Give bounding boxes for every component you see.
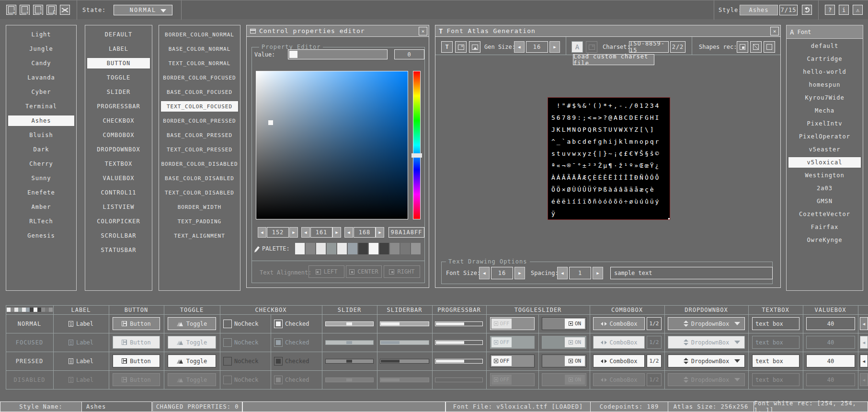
preview-toggleslider-on[interactable]: ON: [542, 373, 586, 386]
preview-column-header: SLIDERBAR: [377, 305, 432, 314]
preview-toggleslider-off[interactable]: OFF: [490, 317, 535, 330]
floppy-icon: [122, 358, 127, 364]
toggleslider-knob[interactable]: OFF: [491, 356, 512, 366]
preview-combobox-index[interactable]: 1/2: [647, 336, 662, 349]
preview-toggle[interactable]: Toggle: [168, 317, 216, 330]
preview-button[interactable]: Button: [113, 336, 160, 349]
table-grid-line: [109, 305, 109, 389]
preview-checkbox-checked[interactable]: Checked: [271, 314, 322, 333]
preview-combobox[interactable]: ComboBox: [593, 336, 645, 349]
preview-toggleslider-off[interactable]: OFF: [490, 373, 535, 386]
preview-sliderbar[interactable]: [380, 378, 429, 382]
preview-checkbox-checked[interactable]: Checked: [271, 333, 322, 352]
preview-dropdownbox[interactable]: DropdownBox: [668, 373, 745, 386]
changed-properties-status: CHANGED PROPERTIES: 0: [152, 401, 242, 412]
style-color-swatch: [30, 308, 34, 312]
preview-checkbox-unchecked[interactable]: NoCheck: [220, 333, 271, 352]
toggleslider-knob[interactable]: ON: [565, 337, 585, 347]
preview-sliderbar[interactable]: [380, 321, 429, 326]
preview-combobox[interactable]: ComboBox: [593, 317, 645, 330]
toggle-icon: [177, 359, 183, 364]
sliderbar-fill: [381, 378, 400, 381]
knob-icon: [494, 359, 498, 363]
toggleslider-knob[interactable]: ON: [565, 375, 585, 385]
slider-handle[interactable]: [346, 360, 352, 363]
preview-combobox[interactable]: ComboBox: [593, 373, 645, 386]
preview-checkbox-unchecked[interactable]: NoCheck: [220, 370, 271, 389]
preview-label: Label: [53, 352, 109, 370]
sliderbar-fill: [381, 341, 400, 344]
preview-toggleslider-off[interactable]: OFF: [490, 355, 535, 367]
preview-textbox[interactable]: text box: [752, 317, 799, 330]
toggle-icon: [177, 321, 183, 326]
preview-column-header: BUTTON: [109, 305, 164, 314]
preview-toggle[interactable]: Toggle: [168, 355, 216, 367]
document-icon: [69, 321, 73, 327]
slider-handle[interactable]: [346, 341, 352, 344]
preview-slider[interactable]: [325, 321, 374, 326]
preview-sliderbar[interactable]: [380, 340, 429, 345]
style-name-value: Ashes: [86, 403, 106, 410]
toggleslider-knob[interactable]: ON: [565, 356, 585, 366]
checkbox-icon: [223, 338, 232, 347]
slider-handle[interactable]: [346, 322, 352, 325]
preview-valuebox[interactable]: 40: [806, 317, 855, 330]
document-icon: [69, 340, 73, 345]
knob-icon: [494, 378, 498, 382]
preview-valuebox[interactable]: 40: [806, 336, 855, 349]
preview-toggleslider-off[interactable]: OFF: [490, 336, 535, 349]
toggle-icon: [177, 340, 183, 345]
chevron-down-icon: [734, 378, 740, 381]
style-name-label: Style Name:: [0, 401, 82, 412]
slider-handle[interactable]: [346, 378, 352, 381]
preview-textbox[interactable]: text box: [752, 336, 799, 349]
table-grid-line: [6, 370, 868, 371]
preview-textbox[interactable]: text box: [752, 355, 799, 367]
preview-toggle[interactable]: Toggle: [168, 336, 216, 349]
preview-checkbox-unchecked[interactable]: NoCheck: [220, 352, 271, 370]
preview-dropdownbox[interactable]: DropdownBox: [668, 355, 745, 367]
rguistyler-app: +↑↓E State: NORMAL Style: Ashes 7/15 ?i⚠…: [0, 0, 868, 412]
preview-valuebox[interactable]: 40: [806, 373, 855, 386]
preview-column-header: LABEL: [53, 305, 109, 314]
toggleslider-knob[interactable]: OFF: [491, 319, 512, 329]
preview-slider[interactable]: [325, 378, 374, 382]
preview-column-header: VALUEBOX: [803, 305, 858, 314]
preview-button[interactable]: Button: [113, 373, 160, 386]
knob-icon: [494, 321, 498, 326]
preview-sliderbar[interactable]: [380, 359, 429, 364]
preview-button[interactable]: Button: [113, 355, 160, 367]
toggleslider-knob[interactable]: OFF: [491, 337, 512, 347]
preview-dropdownbox[interactable]: DropdownBox: [668, 336, 745, 349]
preview-toggle[interactable]: Toggle: [168, 373, 216, 386]
preview-dropdownbox[interactable]: DropdownBox: [668, 317, 745, 330]
preview-combobox-index[interactable]: 1/2: [647, 317, 662, 330]
toggleslider-knob[interactable]: ON: [565, 319, 585, 329]
preview-spinner-partial[interactable]: ◀: [860, 373, 868, 386]
preview-valuebox[interactable]: 40: [806, 355, 855, 367]
table-grid-line: [6, 352, 868, 352]
style-name-input[interactable]: Ashes: [81, 401, 152, 412]
preview-checkbox-checked[interactable]: Checked: [271, 352, 322, 370]
preview-slider[interactable]: [325, 340, 374, 345]
preview-checkbox-unchecked[interactable]: NoCheck: [220, 314, 271, 333]
toggleslider-knob[interactable]: OFF: [491, 375, 512, 385]
preview-slider[interactable]: [325, 359, 374, 364]
preview-spinner-partial[interactable]: ◀: [860, 336, 868, 349]
preview-toggleslider-on[interactable]: ON: [542, 317, 586, 330]
preview-combobox[interactable]: ComboBox: [593, 355, 645, 367]
updown-arrows-icon: [684, 339, 688, 345]
preview-column-header: TEXTBOX: [748, 305, 803, 314]
preview-textbox[interactable]: text box: [752, 373, 799, 386]
preview-button[interactable]: Button: [113, 317, 160, 330]
preview-checkbox-checked[interactable]: Checked: [271, 370, 322, 389]
preview-toggleslider-on[interactable]: ON: [542, 355, 586, 367]
preview-spinner-partial[interactable]: ◀: [860, 317, 868, 330]
preview-state-label: PRESSED: [6, 352, 53, 370]
checkbox-checked-icon: [274, 376, 283, 384]
style-color-swatch: [41, 308, 45, 312]
preview-toggleslider-on[interactable]: ON: [542, 336, 586, 349]
preview-combobox-index[interactable]: 1/2: [647, 373, 662, 386]
preview-spinner-partial[interactable]: ◀: [860, 355, 868, 367]
preview-combobox-index[interactable]: 1/2: [647, 355, 662, 367]
